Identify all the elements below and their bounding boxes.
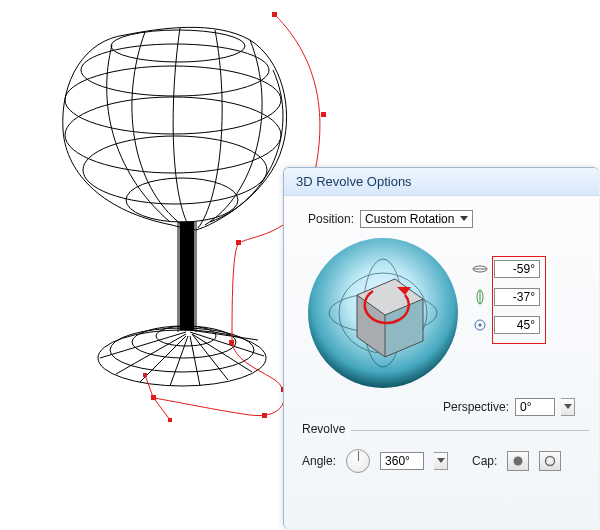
rotation-y-field[interactable]: -37°	[494, 288, 540, 306]
perspective-label: Perspective:	[443, 400, 509, 414]
svg-point-41	[546, 457, 555, 466]
rotate-x-icon	[472, 261, 488, 277]
position-label: Position:	[308, 212, 354, 226]
angle-label: Angle:	[302, 454, 336, 468]
svg-rect-13	[236, 240, 241, 245]
cap-open-button[interactable]	[539, 451, 561, 471]
svg-point-37	[478, 323, 481, 326]
svg-marker-22	[460, 216, 468, 221]
svg-marker-38	[564, 404, 572, 409]
svg-marker-39	[437, 458, 445, 463]
caret-down-icon	[458, 213, 470, 225]
position-select[interactable]: Custom Rotation	[360, 210, 473, 228]
perspective-field[interactable]: 0°	[515, 398, 555, 416]
angle-field[interactable]: 360°	[380, 452, 424, 470]
rotation-inputs: -59° -37° 45°	[472, 238, 540, 334]
cap-closed-button[interactable]	[507, 451, 529, 471]
revolve-options-dialog: 3D Revolve Options Position: Custom Rota…	[283, 167, 599, 529]
svg-point-40	[514, 457, 523, 466]
svg-rect-14	[229, 340, 234, 345]
svg-rect-12	[321, 112, 326, 117]
angle-dial[interactable]	[346, 449, 370, 473]
svg-rect-6	[180, 222, 194, 330]
rotate-y-icon	[472, 289, 488, 305]
angle-stepper[interactable]	[434, 452, 448, 470]
cap-label: Cap:	[472, 454, 497, 468]
svg-rect-16	[262, 413, 267, 418]
position-value: Custom Rotation	[365, 212, 454, 226]
rotation-z-field[interactable]: 45°	[494, 316, 540, 334]
revolve-section-title: Revolve	[302, 422, 351, 436]
rotate-z-icon	[472, 317, 488, 333]
svg-line-21	[145, 375, 153, 397]
perspective-stepper[interactable]	[561, 398, 575, 416]
rotation-x-field[interactable]: -59°	[494, 260, 540, 278]
dialog-title: 3D Revolve Options	[284, 168, 599, 196]
rotation-preview[interactable]	[308, 238, 458, 388]
svg-rect-11	[272, 12, 277, 17]
